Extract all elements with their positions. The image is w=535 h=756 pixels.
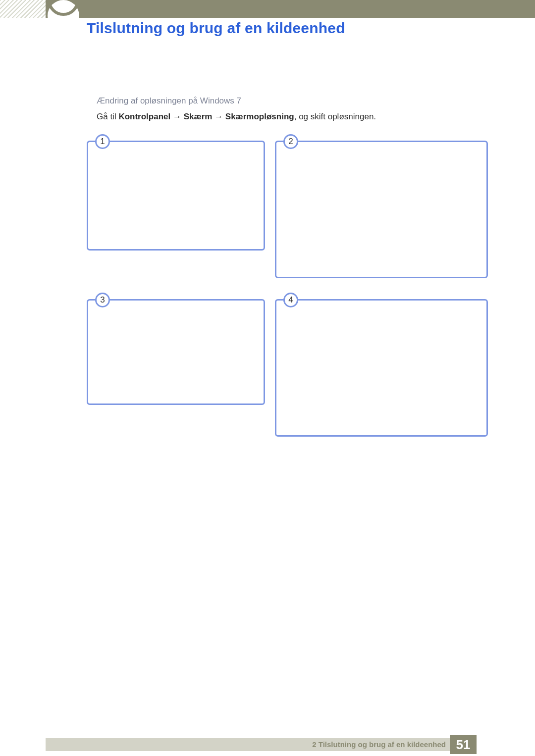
footer-chapter-label: 2 Tilslutning og brug af en kildeenhed	[312, 738, 446, 751]
page-title: Tilslutning og brug af en kildeenhed	[87, 20, 345, 37]
instruction-prefix: Gå til	[97, 112, 118, 121]
step-panel-3: 3	[87, 299, 265, 405]
instruction-suffix: , og skift opløsningen.	[294, 112, 376, 121]
step-badge: 3	[95, 293, 110, 307]
step-badge: 4	[283, 293, 298, 307]
header-bar	[46, 0, 535, 18]
step-panel-2: 2	[275, 141, 488, 278]
crumb-2: Skærm	[184, 112, 213, 121]
crumb-1: Kontrolpanel	[118, 112, 170, 121]
arrow-icon: →	[214, 112, 223, 121]
step-panel-1: 1	[87, 141, 265, 251]
header-hatch	[0, 0, 46, 18]
arrow-icon: →	[173, 112, 181, 121]
step-badge: 1	[95, 134, 110, 149]
step-badge: 2	[283, 134, 298, 149]
instruction-line: Gå til Kontrolpanel → Skærm → Skærmopløs…	[97, 112, 376, 122]
footer: 2 Tilslutning og brug af en kildeenhed 5…	[0, 733, 535, 756]
step-panel-4: 4	[275, 299, 488, 437]
page: Tilslutning og brug af en kildeenhed Ænd…	[0, 0, 535, 756]
crumb-3: Skærmopløsning	[225, 112, 294, 121]
footer-page-number: 51	[450, 735, 477, 754]
section-subtitle: Ændring af opløsningen på Windows 7	[97, 96, 241, 106]
